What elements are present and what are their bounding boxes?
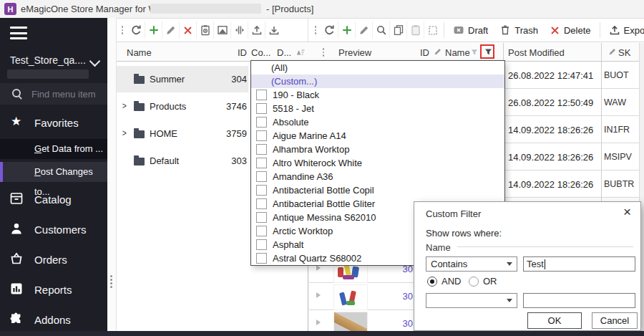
splitter-grip[interactable] <box>110 275 112 288</box>
refresh-products-button[interactable] <box>321 21 338 39</box>
expander-icon[interactable]: > <box>122 100 127 111</box>
expander-icon[interactable] <box>316 320 321 325</box>
close-icon[interactable]: × <box>623 205 631 219</box>
grid-col-id[interactable]: ID <box>408 47 429 58</box>
checkbox[interactable] <box>256 239 267 250</box>
panel-splitter[interactable] <box>107 18 117 331</box>
reports-label: Reports <box>34 284 72 296</box>
add-button[interactable] <box>145 21 162 39</box>
ok-button[interactable]: OK <box>527 312 582 329</box>
grid-col-preview[interactable]: Preview <box>338 47 371 58</box>
edit-button[interactable] <box>162 21 180 39</box>
tree-col-id[interactable]: ID <box>224 47 247 58</box>
radio-or[interactable]: OR <box>469 276 497 287</box>
person-icon <box>9 221 24 239</box>
expander-icon[interactable] <box>316 292 321 298</box>
sidebar-item-get-data[interactable]: Get Data from ... <box>0 139 107 159</box>
upload-button[interactable] <box>248 21 265 39</box>
checkbox[interactable] <box>256 226 267 236</box>
tree-col-co[interactable]: Co... <box>251 47 270 58</box>
expander-icon[interactable] <box>316 265 321 271</box>
store-name: Test_Store_qa.... <box>10 54 86 66</box>
grid-col-post-modified[interactable]: Post Modified <box>508 47 565 58</box>
image-button[interactable] <box>214 21 231 39</box>
condition-select-value: Contains <box>431 259 467 269</box>
grid-col-name[interactable]: Name <box>445 47 470 58</box>
cancel-button[interactable]: Cancel <box>592 312 638 329</box>
checkbox[interactable] <box>256 130 267 141</box>
filter-option-label: Arctic Worktop <box>273 226 333 236</box>
sidebar-item-orders[interactable]: Orders <box>0 248 107 271</box>
filter-value-input-2[interactable] <box>523 293 635 308</box>
checkbox[interactable] <box>256 117 267 128</box>
filter-option-all[interactable]: (All) <box>251 61 504 75</box>
search-button[interactable] <box>373 21 390 39</box>
checkbox[interactable] <box>256 198 267 209</box>
filter-option[interactable]: Alhambra Worktop <box>251 143 504 156</box>
condition-select-1[interactable]: Contains <box>426 256 517 272</box>
filter-option[interactable]: Absolute <box>251 115 504 129</box>
preview-clipboard-button[interactable] <box>197 21 214 39</box>
delete-label: Delete <box>564 25 591 36</box>
filter-applied-icon[interactable] <box>470 48 479 59</box>
store-selector[interactable]: Test_Store_qa.... <box>0 52 107 71</box>
filter-option[interactable]: Aigue Marine A14 <box>251 129 504 143</box>
download-button[interactable] <box>265 21 282 39</box>
draft-button[interactable]: Draft <box>447 24 494 36</box>
filter-option[interactable]: 5518 - Jet <box>251 102 504 115</box>
drag-handle-icon[interactable] <box>311 26 320 34</box>
expander-icon[interactable]: > <box>122 128 127 138</box>
filter-option[interactable]: 190 - Black <box>251 88 504 102</box>
sidebar-item-addons[interactable]: Addons <box>0 308 107 331</box>
get-data-label: et Data from ... <box>42 143 103 154</box>
sort-ascending-icon[interactable] <box>296 47 306 59</box>
orders-label: Orders <box>34 254 67 266</box>
add-product-button[interactable] <box>338 21 356 39</box>
checkbox[interactable] <box>256 212 267 223</box>
filter-option[interactable]: Antibacterial Bottle Copil <box>251 183 504 197</box>
delete-product-button[interactable]: Delete <box>544 25 597 36</box>
filter-option[interactable]: Altro Whiterock White <box>251 156 504 170</box>
sidebar-item-customers[interactable]: Customers <box>0 218 107 241</box>
checkbox[interactable] <box>256 144 267 155</box>
refresh-button[interactable] <box>128 21 145 39</box>
drag-handle-icon[interactable] <box>118 26 127 34</box>
sidebar-item-post-changes[interactable]: Post Changes to... <box>0 162 107 182</box>
customers-label: Customers <box>34 224 87 236</box>
filter-value-input-1[interactable]: Test <box>523 256 635 272</box>
drag-handle-icon[interactable] <box>319 48 328 57</box>
checkbox[interactable] <box>256 171 267 182</box>
sku-cell: WAW <box>604 97 636 107</box>
checkbox[interactable] <box>256 90 267 100</box>
compare-columns-button[interactable] <box>231 21 248 39</box>
trash-button[interactable]: Trash <box>494 24 544 36</box>
tree-col-d[interactable]: D... <box>277 47 291 58</box>
copy-button[interactable] <box>390 21 407 39</box>
filter-option[interactable]: Amandine A36 <box>251 170 504 183</box>
product-thumbnail <box>333 312 368 332</box>
sidebar-item-reports[interactable]: Reports <box>0 278 107 301</box>
paste-special-button[interactable] <box>424 21 441 39</box>
sidebar-section-favorites[interactable]: ★ Favorites <box>0 113 107 135</box>
hamburger-icon[interactable] <box>10 27 27 39</box>
checkbox[interactable] <box>256 103 267 114</box>
checkbox[interactable] <box>256 253 267 264</box>
condition-select-2[interactable] <box>426 293 517 308</box>
dialog-field-label: Name <box>426 242 451 253</box>
filter-option-label: 5518 - Jet <box>273 103 314 114</box>
export-button[interactable]: Export <box>603 24 644 36</box>
tree-col-name[interactable]: Name <box>127 47 152 58</box>
edit-product-button[interactable] <box>356 21 373 39</box>
grid-col-sku[interactable]: SK <box>618 47 637 58</box>
filter-option-custom[interactable]: (Custom...) <box>251 75 504 88</box>
menu-search-input[interactable]: Find menu item <box>0 83 107 105</box>
sidebar-item-catalog[interactable]: Catalog <box>0 188 107 211</box>
delete-button[interactable] <box>180 21 197 39</box>
radio-unselected-icon <box>469 277 479 287</box>
paste-button[interactable] <box>407 21 424 39</box>
checkbox[interactable] <box>256 185 267 196</box>
radio-and[interactable]: AND <box>427 276 461 287</box>
menu-search-placeholder: Find menu item <box>31 89 96 100</box>
checkbox[interactable] <box>256 158 267 168</box>
filter-option-label: Astral Quartz S68002 <box>273 253 361 264</box>
